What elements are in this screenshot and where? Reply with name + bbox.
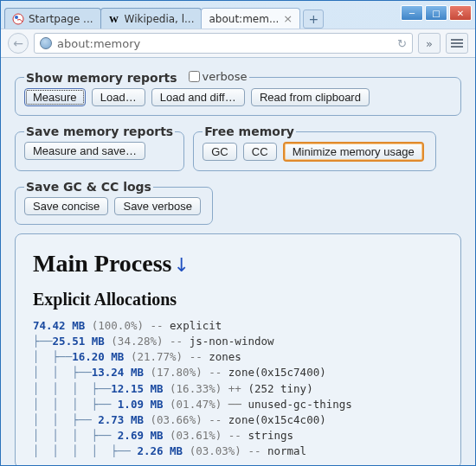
window-controls: ─ □ ✕ [401, 4, 472, 21]
save-verbose-button[interactable]: Save verbose [114, 197, 201, 215]
allocation-tree: 74.42 MB (100.0%) -- explicit ├──25.51 M… [33, 318, 443, 459]
panel-title: Free memory [203, 124, 296, 138]
free-memory-panel: Free memory GC CC Minimize memory usage [193, 124, 435, 171]
reload-icon[interactable]: ↻ [397, 37, 407, 50]
section-title: Explicit Allocations [33, 290, 443, 310]
favicon-startpage [12, 13, 24, 25]
tab-label: Wikipedia, l... [125, 13, 195, 25]
cc-button[interactable]: CC [243, 143, 277, 161]
tab-wikipedia[interactable]: W Wikipedia, l... [100, 8, 203, 29]
tab-label: about:mem... [209, 13, 279, 25]
tab-strip: Startpage ... W Wikipedia, l... about:me… [4, 8, 401, 29]
close-icon: ✕ [457, 9, 464, 18]
window-frame: Startpage ... W Wikipedia, l... about:me… [0, 0, 476, 466]
chevron-right-icon: » [426, 37, 433, 50]
page-content: Show memory reports verbose Measure Load… [1, 58, 475, 465]
url-bar[interactable]: about:memory ↻ [34, 33, 413, 54]
close-window-button[interactable]: ✕ [449, 5, 472, 21]
save-logs-panel: Save GC & CC logs Save concise Save verb… [15, 180, 213, 225]
titlebar: Startpage ... W Wikipedia, l... about:me… [1, 1, 475, 29]
panel-title: Save memory reports [24, 124, 175, 138]
svg-point-1 [15, 16, 18, 19]
minimize-memory-button[interactable]: Minimize memory usage [283, 142, 424, 162]
gc-button[interactable]: GC [203, 143, 237, 161]
read-clipboard-button[interactable]: Read from clipboard [251, 88, 370, 106]
overflow-button[interactable]: » [418, 33, 441, 54]
maximize-window-button[interactable]: □ [425, 5, 447, 21]
hamburger-icon [451, 39, 463, 48]
panel-title: Save GC & CC logs [24, 180, 153, 194]
maximize-icon: □ [432, 9, 440, 18]
memory-report: Main Process↓ Explicit Allocations 74.42… [15, 233, 461, 465]
plus-icon: + [308, 12, 318, 26]
tab-about-memory[interactable]: about:mem... × [201, 8, 300, 29]
close-tab-icon[interactable]: × [283, 12, 293, 25]
favicon-wikipedia: W [108, 13, 120, 25]
navbar: ← about:memory ↻ » [1, 29, 475, 58]
back-button[interactable]: ← [8, 33, 29, 54]
minimize-window-button[interactable]: ─ [401, 5, 423, 21]
verbose-checkbox[interactable] [189, 71, 200, 82]
measure-save-button[interactable]: Measure and save… [24, 142, 145, 160]
save-concise-button[interactable]: Save concise [24, 197, 108, 215]
menu-button[interactable] [446, 33, 468, 54]
verbose-checkbox-wrap[interactable]: verbose [189, 70, 248, 83]
url-text: about:memory [57, 37, 392, 50]
anchor-link[interactable]: ↓ [173, 254, 189, 276]
verbose-label: verbose [203, 70, 248, 83]
measure-button[interactable]: Measure [24, 88, 86, 106]
load-diff-button[interactable]: Load and diff… [151, 88, 245, 106]
show-memory-panel: Show memory reports verbose Measure Load… [15, 70, 461, 116]
tab-label: Startpage ... [29, 13, 93, 25]
panel-title: Show memory reports verbose [24, 70, 249, 85]
minimize-icon: ─ [409, 9, 415, 18]
new-tab-button[interactable]: + [303, 10, 324, 29]
report-title: Main Process [33, 250, 171, 277]
globe-icon [40, 37, 52, 49]
save-memory-panel: Save memory reports Measure and save… [15, 124, 184, 171]
tab-startpage[interactable]: Startpage ... [4, 8, 101, 29]
load-button[interactable]: Load… [92, 88, 145, 106]
arrow-left-icon: ← [13, 36, 23, 50]
